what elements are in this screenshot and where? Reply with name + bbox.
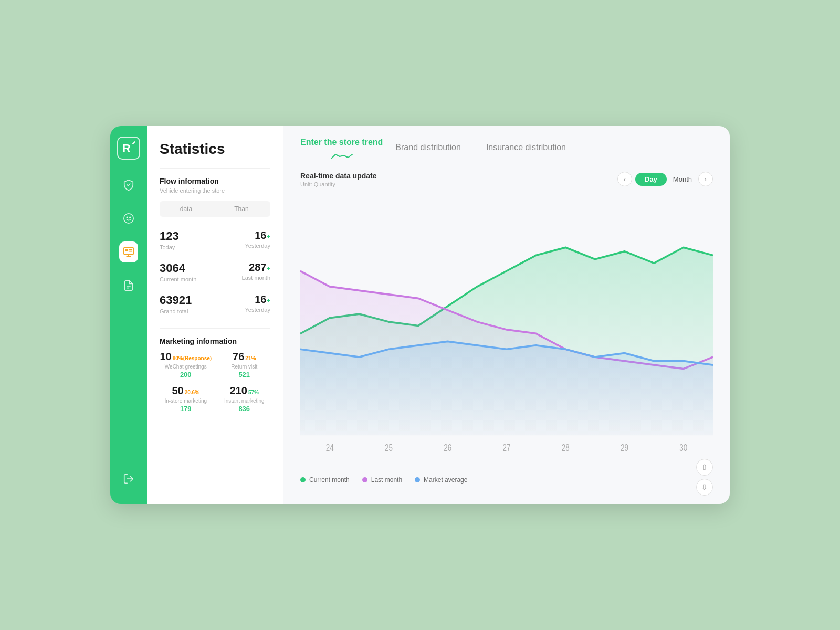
total-label: Grand total (160, 308, 192, 314)
mkt-label-instant: Instant marketing (218, 398, 271, 404)
svg-point-2 (127, 217, 128, 218)
logo[interactable]: R (117, 136, 140, 160)
legend-dot-purple (362, 477, 368, 482)
divider-2 (160, 328, 270, 329)
mkt-value-return: 521 (218, 371, 271, 379)
mkt-item-instore: 5020.6% In-store marketing 179 (160, 385, 212, 413)
svg-text:27: 27 (503, 443, 511, 453)
flow-row-total: 63921 Grand total 16+ Yesterday (160, 288, 270, 320)
svg-rect-4 (124, 248, 133, 255)
chart-header: Real-time data update Unit: Quantity ‹ D… (300, 172, 713, 187)
sidebar-item-smile[interactable] (119, 209, 138, 228)
flow-row-month: 3064 Current month 287+ Last month (160, 256, 270, 288)
scroll-down-button[interactable]: ⇩ (696, 479, 713, 496)
chart-area: Real-time data update Unit: Quantity ‹ D… (284, 161, 730, 504)
mkt-value-wechat: 200 (160, 371, 212, 379)
legend-market-avg: Market average (415, 476, 467, 484)
mkt-item-wechat: 1080%(Response) WeChat greetings 200 (160, 351, 212, 379)
marketing-title: Marketing information (160, 337, 270, 345)
svg-point-1 (124, 214, 133, 223)
right-panel: Enter the store trend Brand distribution… (284, 126, 730, 504)
month-value: 3064 (160, 261, 196, 275)
marketing-section: Marketing information 1080%(Response) We… (160, 337, 270, 413)
svg-rect-5 (125, 249, 129, 252)
sidebar-item-monitor[interactable] (119, 243, 138, 261)
scroll-buttons: ⇧ ⇩ (696, 459, 713, 496)
chart-controls: ‹ Day Month › (617, 172, 713, 186)
mkt-label-instore: In-store marketing (160, 398, 212, 404)
col-than: Than (213, 201, 270, 217)
chart-unit: Unit: Quantity (300, 181, 376, 187)
sidebar-item-document[interactable] (119, 276, 138, 295)
month-label: Current month (160, 276, 196, 282)
svg-text:28: 28 (562, 443, 570, 453)
dashboard: R (110, 126, 730, 504)
svg-rect-7 (129, 251, 132, 252)
mkt-item-instant: 21057% Instant marketing 836 (218, 385, 271, 413)
tab-active-indicator (330, 152, 353, 161)
chart-svg-container: 24 25 26 27 28 29 30 (300, 193, 713, 459)
svg-point-3 (130, 217, 131, 218)
mkt-label-return: Return visit (218, 364, 271, 370)
month-button[interactable]: Month (670, 175, 695, 183)
tab-brand-distribution[interactable]: Brand distribution (383, 143, 474, 161)
legend-dot-green (300, 477, 306, 482)
divider-1 (160, 168, 270, 169)
mkt-label-wechat: WeChat greetings (160, 364, 212, 370)
today-compare: 16+ (245, 229, 270, 242)
chart-footer: Current month Last month Market average … (300, 459, 713, 496)
prev-button[interactable]: ‹ (617, 172, 632, 186)
mkt-item-return: 7621% Return visit 521 (218, 351, 271, 379)
flow-row-today: 123 Today 16+ Yesterday (160, 224, 270, 256)
svg-text:30: 30 (679, 443, 687, 453)
left-panel: Statistics Flow information Vehicle ente… (147, 126, 284, 504)
svg-rect-6 (129, 249, 132, 250)
flow-section: Flow information Vehicle entering the st… (160, 177, 270, 320)
next-button[interactable]: › (698, 172, 713, 186)
tabs-row: Enter the store trend Brand distribution… (284, 126, 730, 161)
day-button[interactable]: Day (635, 173, 667, 186)
flow-subtitle: Vehicle entering the store (160, 187, 270, 194)
legend-current-month: Current month (300, 476, 350, 484)
svg-text:R: R (122, 142, 131, 155)
today-compare-label: Yesterday (245, 243, 270, 249)
svg-text:26: 26 (444, 443, 452, 453)
col-data: data (160, 201, 213, 217)
month-compare: 287+ (242, 261, 270, 274)
sidebar-item-logout[interactable] (119, 469, 138, 488)
chart-title: Real-time data update (300, 172, 376, 180)
svg-text:25: 25 (385, 443, 393, 453)
sidebar-nav (119, 175, 138, 469)
today-label: Today (160, 244, 179, 250)
mkt-value-instore: 179 (160, 405, 212, 413)
scroll-up-button[interactable]: ⇧ (696, 459, 713, 476)
total-value: 63921 (160, 293, 192, 307)
month-compare-label: Last month (242, 275, 270, 281)
flow-table: data Than (160, 201, 270, 217)
marketing-grid: 1080%(Response) WeChat greetings 200 762… (160, 351, 270, 413)
total-compare-label: Yesterday (245, 307, 270, 313)
today-value: 123 (160, 229, 179, 243)
chart-svg: 24 25 26 27 28 29 30 (300, 193, 713, 459)
legend-last-month: Last month (362, 476, 402, 484)
sidebar-bottom (119, 469, 138, 488)
flow-title: Flow information (160, 177, 270, 185)
chart-legend: Current month Last month Market average (300, 476, 467, 484)
total-compare: 16+ (245, 293, 270, 306)
tab-enter-store[interactable]: Enter the store trend (300, 138, 383, 161)
legend-dot-blue (415, 477, 420, 482)
page-title: Statistics (160, 141, 270, 158)
svg-text:24: 24 (326, 443, 334, 453)
sidebar: R (110, 126, 147, 504)
svg-text:29: 29 (621, 443, 628, 453)
tab-insurance-distribution[interactable]: Insurance distribution (474, 143, 579, 161)
mkt-value-instant: 836 (218, 405, 271, 413)
sidebar-item-shield[interactable] (119, 175, 138, 194)
